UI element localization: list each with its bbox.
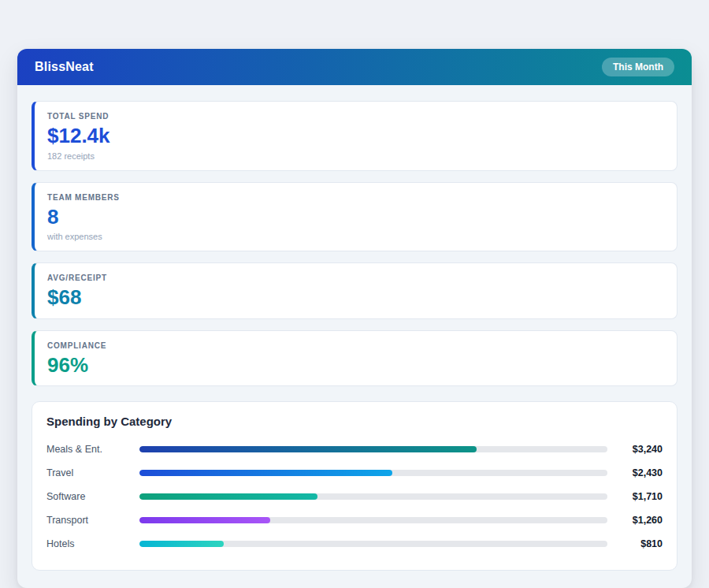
bar-fill [139,470,392,476]
spend-row-travel: Travel $2,430 [46,461,663,485]
category-amount: $1,260 [607,515,663,526]
spend-row-meals: Meals & Ent. $3,240 [46,437,663,461]
stat-label-avg-receipt: AVG/RECEIPT [47,274,664,282]
stat-sub-team-members: with expenses [47,232,664,241]
stat-card-compliance: COMPLIANCE 96% [32,330,677,387]
bar-fill [139,517,270,523]
category-label: Software [46,491,139,502]
spending-by-category-card: Spending by Category Meals & Ent. $3,240… [32,401,677,571]
bar-track [139,493,607,500]
bar-fill [139,493,317,500]
stat-value-avg-receipt: $68 [47,286,664,309]
app-header: BlissNeat This Month [17,49,692,85]
category-amount: $810 [607,538,663,549]
bar-track [139,517,607,523]
spend-row-hotels: Hotels $810 [46,532,663,556]
stat-value-total-spend: $12.4k [47,125,664,147]
bar-track [139,470,607,476]
stat-label-total-spend: TOTAL SPEND [47,112,664,121]
stat-card-avg-receipt: AVG/RECEIPT $68 [32,262,677,319]
stat-sub-total-spend: 182 receipts [47,151,664,161]
category-label: Hotels [46,538,139,549]
period-badge[interactable]: This Month [602,58,674,76]
category-label: Travel [46,467,139,478]
bar-fill [139,446,477,452]
stat-card-total-spend: TOTAL SPEND $12.4k 182 receipts [32,101,677,171]
stat-value-compliance: 96% [47,354,664,377]
bar-fill [139,541,224,547]
stat-label-compliance: COMPLIANCE [47,341,664,350]
app-title: BlissNeat [35,60,94,74]
category-amount: $2,430 [607,467,663,478]
category-label: Meals & Ent. [46,444,139,455]
category-amount: $3,240 [607,444,663,455]
bar-track [139,541,607,547]
stat-card-team-members: TEAM MEMBERS 8 with expenses [32,182,677,252]
spending-card-title: Spending by Category [46,415,663,428]
stat-value-team-members: 8 [47,206,664,229]
dashboard-card: BlissNeat This Month TOTAL SPEND $12.4k … [17,49,692,588]
category-label: Transport [46,515,139,526]
dashboard-body: TOTAL SPEND $12.4k 182 receipts TEAM MEM… [17,85,692,588]
spend-row-transport: Transport $1,260 [46,508,663,532]
stat-label-team-members: TEAM MEMBERS [47,193,664,202]
category-amount: $1,710 [607,491,663,502]
bar-track [139,446,607,452]
spend-row-software: Software $1,710 [46,485,663,508]
